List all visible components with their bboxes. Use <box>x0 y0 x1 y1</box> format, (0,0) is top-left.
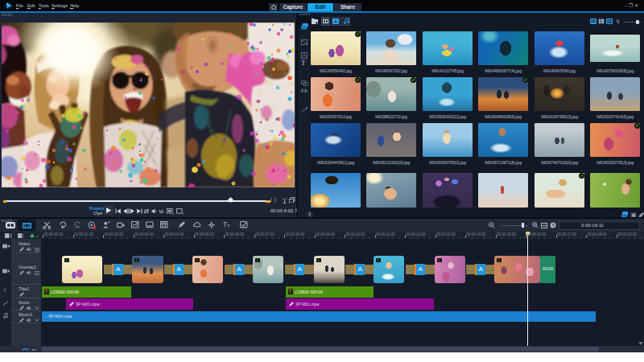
svg-text:T: T <box>227 224 230 228</box>
svg-text:A: A <box>303 53 306 58</box>
